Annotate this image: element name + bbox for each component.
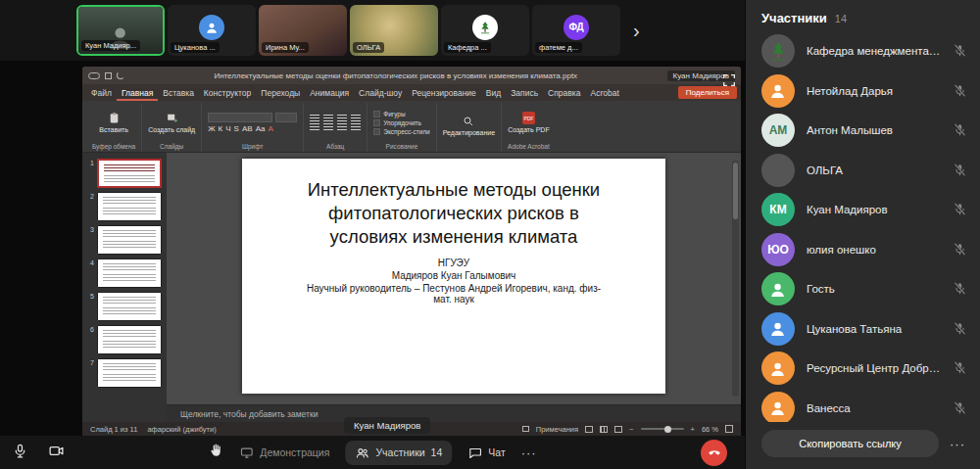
font-name-select[interactable]	[208, 113, 272, 122]
list-item[interactable]: АМ Антон Малышев	[761, 111, 968, 151]
create-pdf-button[interactable]: PDF Создать PDF	[508, 112, 550, 133]
tab-record[interactable]: Запись	[506, 84, 543, 101]
screen-share-stage: Куан Мадияров Интеллектуальные методы оц…	[0, 61, 745, 436]
slide-thumbnail[interactable]: 1	[84, 159, 162, 188]
list-item[interactable]: Гость	[761, 269, 968, 309]
slide-thumbnail[interactable]: 7	[84, 358, 162, 388]
list-item[interactable]: Кафедра менеджмента и го...	[761, 31, 968, 71]
normal-view-icon[interactable]	[585, 426, 593, 433]
list-item[interactable]: КМ Куан Мадияров	[761, 190, 968, 230]
char-spacing-button[interactable]: АВ	[242, 124, 253, 133]
raise-hand-button[interactable]	[208, 443, 223, 462]
video-tile[interactable]: Ирина Му...	[259, 5, 347, 56]
ppt-menubar: Файл Главная Вставка Конструктор Переход…	[82, 84, 741, 101]
list-item[interactable]: ЮО юлия онешко	[761, 230, 968, 270]
columns-icon[interactable]	[351, 123, 361, 130]
camera-button[interactable]	[48, 443, 65, 463]
tab-transitions[interactable]: Переходы	[256, 84, 305, 101]
vertical-scrollbar[interactable]	[732, 161, 739, 397]
zoom-level[interactable]: 66 %	[702, 425, 718, 434]
tab-slideshow[interactable]: Слайд-шоу	[354, 84, 407, 101]
video-tile[interactable]: ФД фатеме д...	[532, 5, 620, 56]
chevron-right-icon[interactable]: ›	[633, 21, 640, 40]
copy-link-button[interactable]: Скопировать ссылку	[761, 430, 939, 457]
slide-number: 6	[84, 325, 94, 333]
hang-up-button[interactable]	[701, 440, 727, 466]
zoom-slider[interactable]	[641, 428, 684, 430]
list-item[interactable]: ОЛЬГА	[761, 151, 968, 191]
tab-help[interactable]: Справка	[543, 84, 585, 101]
tab-file[interactable]: Файл	[86, 84, 117, 101]
arrange-button[interactable]: Упорядочить	[373, 119, 430, 126]
zoom-out-button[interactable]: −	[629, 425, 633, 434]
video-tile[interactable]: ОЛЬГА	[350, 5, 438, 56]
slide-thumbnail[interactable]: 5	[84, 292, 162, 321]
fullscreen-icon[interactable]	[721, 72, 737, 88]
font-size-select[interactable]	[275, 113, 297, 122]
bold-button[interactable]: Ж	[208, 124, 215, 133]
align-right-icon[interactable]	[337, 123, 347, 130]
notes-pane[interactable]: Щелкните, чтобы добавить заметки	[167, 404, 741, 422]
list-item[interactable]: Цуканова Татьяна	[761, 309, 968, 350]
slide-thumbnail-panel: 1 2 3 4	[82, 153, 167, 422]
sidebar-header: Участники 14	[746, 0, 980, 31]
tab-review[interactable]: Рецензирование	[407, 84, 481, 101]
change-case-button[interactable]: Аа	[256, 124, 266, 133]
slide-thumbnail[interactable]: 3	[84, 225, 162, 255]
paste-button[interactable]: Вставить	[99, 112, 128, 133]
tab-design[interactable]: Конструктор	[199, 84, 256, 101]
avatar: ЮО	[761, 233, 795, 266]
numbered-list-icon[interactable]	[323, 115, 333, 121]
indent-icon[interactable]	[337, 115, 347, 121]
slide-thumbnail[interactable]: 2	[84, 192, 162, 221]
tab-view[interactable]: Вид	[481, 84, 506, 101]
group-caption: Рисование	[386, 142, 418, 152]
undo-icon[interactable]	[117, 71, 124, 79]
quick-styles-button[interactable]: Экспресс-стили	[373, 128, 430, 135]
video-tile[interactable]: Кафедра ...	[441, 5, 529, 56]
strikethrough-button[interactable]: S	[234, 124, 239, 133]
slideshow-view-icon[interactable]	[614, 426, 622, 433]
microphone-button[interactable]	[12, 443, 28, 463]
align-left-icon[interactable]	[310, 123, 319, 130]
tab-home[interactable]: Главная	[117, 84, 158, 101]
participants-button[interactable]: Участники 14	[345, 441, 452, 465]
italic-button[interactable]: К	[219, 124, 223, 133]
participant-name-tag: Куан Мадияр...	[81, 40, 140, 51]
ribbon-group-acrobat: PDF Создать PDF Adobe Acrobat	[502, 103, 556, 152]
list-item[interactable]: Ванесса	[761, 389, 968, 423]
slide-thumbnail[interactable]: 6	[84, 325, 162, 354]
line-spacing-icon[interactable]	[351, 115, 361, 121]
sidebar-more-icon[interactable]: ···	[945, 437, 970, 451]
tab-insert[interactable]: Вставка	[158, 84, 199, 101]
participant-name: юлия онешко	[807, 244, 941, 256]
list-item[interactable]: Ресурсный Центр Доброво...	[761, 349, 968, 389]
editing-button[interactable]: Редактирование	[443, 116, 495, 136]
font-color-button[interactable]: А	[269, 124, 273, 133]
underline-button[interactable]: Ч	[225, 124, 230, 133]
slide-sorter-view-icon[interactable]	[600, 426, 608, 433]
slide-thumbnail[interactable]: 4	[84, 258, 162, 288]
bullet-list-icon[interactable]	[310, 115, 319, 121]
list-item[interactable]: Нетойлад Дарья	[761, 71, 968, 112]
video-tile-active-speaker[interactable]: Куан Мадияр...	[76, 5, 165, 56]
save-icon[interactable]	[105, 72, 112, 79]
video-tile[interactable]: Цуканова ...	[168, 5, 256, 56]
current-slide[interactable]: Интеллектуальные методы оценки фитопатол…	[242, 159, 665, 394]
chat-button[interactable]: Чат	[467, 446, 505, 460]
fit-to-window-icon[interactable]	[725, 425, 733, 433]
shapes-button[interactable]: Фигуры	[373, 111, 430, 117]
autosave-toggle-icon[interactable]	[88, 72, 100, 79]
screen-share-button[interactable]: Демонстрация	[239, 446, 329, 460]
new-slide-button[interactable]: Создать слайд	[148, 112, 195, 133]
language-indicator[interactable]: афарский (джибути)	[147, 425, 216, 434]
align-center-icon[interactable]	[323, 123, 333, 130]
zoom-in-button[interactable]: +	[691, 425, 695, 434]
comments-icon[interactable]	[522, 426, 529, 432]
more-options-icon[interactable]: ···	[521, 446, 537, 460]
participants-list[interactable]: Кафедра менеджмента и го... Нетойлад Дар…	[746, 31, 980, 422]
group-caption: Абзац	[326, 142, 344, 152]
tab-acrobat[interactable]: Acrobat	[585, 84, 623, 101]
comments-button[interactable]: Примечания	[536, 425, 578, 434]
tab-animations[interactable]: Анимация	[305, 84, 354, 101]
